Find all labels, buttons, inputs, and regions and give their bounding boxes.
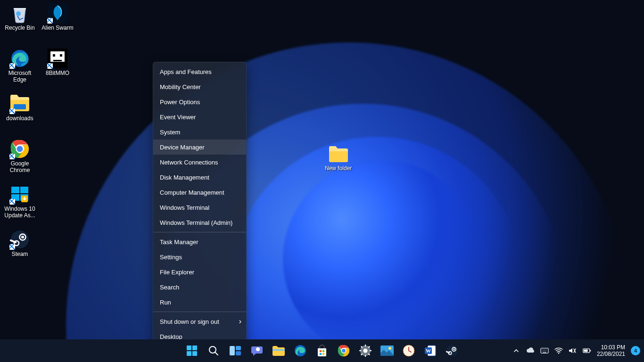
desktop-icon-recycle-bin[interactable]: Recycle Bin bbox=[2, 2, 38, 46]
volume-icon[interactable] bbox=[569, 346, 577, 355]
power-menu-item-file-explorer[interactable]: File Explorer bbox=[153, 264, 246, 280]
svg-rect-34 bbox=[322, 353, 324, 355]
desktop-icon-label: Steam bbox=[12, 251, 28, 257]
folder-icon bbox=[9, 93, 30, 114]
folder-icon bbox=[328, 146, 349, 164]
steam-icon bbox=[9, 229, 30, 250]
desktop-icon-label: Microsoft Edge bbox=[8, 70, 32, 83]
menu-separator bbox=[153, 232, 246, 232]
svg-rect-6 bbox=[60, 54, 62, 57]
svg-rect-33 bbox=[320, 353, 322, 355]
svg-rect-5 bbox=[53, 54, 55, 57]
power-menu-item-power-options[interactable]: Power Options bbox=[153, 94, 246, 109]
power-menu-item-device-manager[interactable]: Device Manager bbox=[153, 140, 246, 155]
store-button[interactable] bbox=[313, 341, 331, 360]
power-menu-item-task-manager[interactable]: Task Manager bbox=[153, 234, 246, 249]
svg-point-28 bbox=[256, 347, 260, 351]
steam-button[interactable] bbox=[443, 341, 462, 360]
svg-rect-22 bbox=[187, 351, 191, 356]
wallpaper bbox=[0, 0, 644, 362]
svg-point-47 bbox=[446, 345, 458, 356]
svg-rect-29 bbox=[272, 349, 285, 351]
chrome-button[interactable] bbox=[334, 341, 353, 360]
power-menu-item-system[interactable]: System bbox=[153, 124, 246, 140]
settings-button[interactable] bbox=[356, 341, 375, 360]
power-menu-item-run[interactable]: Run bbox=[153, 295, 246, 310]
start-button[interactable] bbox=[182, 341, 201, 360]
svg-rect-13 bbox=[11, 194, 19, 201]
desktop-icon-downloads[interactable]: downloads bbox=[2, 92, 38, 137]
desktop-icon-label: downloads bbox=[6, 115, 33, 122]
chrome-icon bbox=[9, 139, 30, 159]
wifi-icon[interactable] bbox=[554, 346, 563, 355]
svg-point-49 bbox=[453, 348, 455, 350]
svg-rect-7 bbox=[14, 104, 26, 109]
svg-rect-20 bbox=[187, 346, 191, 350]
keyboard-icon[interactable] bbox=[540, 346, 549, 355]
svg-point-39 bbox=[363, 349, 368, 353]
taskbar-right: 10:03 PM 22/08/2021 4 bbox=[512, 339, 644, 362]
chat-button[interactable] bbox=[248, 341, 266, 360]
svg-point-0 bbox=[16, 11, 21, 16]
tray-overflow-button[interactable] bbox=[512, 346, 520, 355]
battery-icon[interactable] bbox=[583, 346, 591, 355]
power-menu-item-network-connections[interactable]: Network Connections bbox=[153, 155, 246, 170]
windows-update-icon bbox=[9, 184, 30, 205]
svg-rect-21 bbox=[192, 346, 197, 350]
power-menu-item-shut-down-or-sign-out[interactable]: Shut down or sign out bbox=[153, 314, 246, 329]
desktop-icon-win10-update[interactable]: Windows 10 Update As... bbox=[2, 183, 38, 227]
svg-rect-32 bbox=[322, 350, 324, 352]
power-menu-item-mobility-center[interactable]: Mobility Center bbox=[153, 79, 246, 94]
power-menu-item-computer-management[interactable]: Computer Management bbox=[153, 185, 246, 200]
svg-rect-12 bbox=[20, 187, 28, 193]
word-button[interactable]: W bbox=[421, 341, 440, 360]
task-view-button[interactable] bbox=[226, 341, 245, 360]
taskbar-clock[interactable]: 10:03 PM 22/08/2021 bbox=[597, 344, 625, 357]
desktop-icon-8bitmmo[interactable]: 8BitMMO bbox=[40, 47, 75, 91]
svg-point-18 bbox=[21, 236, 24, 239]
svg-rect-25 bbox=[230, 346, 235, 355]
power-menu-item-apps-and-features[interactable]: Apps and Features bbox=[153, 64, 246, 79]
svg-rect-11 bbox=[11, 187, 19, 193]
onedrive-icon[interactable] bbox=[526, 346, 535, 355]
svg-rect-31 bbox=[320, 350, 322, 352]
power-menu-item-windows-terminal-admin[interactable]: Windows Terminal (Admin) bbox=[153, 215, 246, 230]
edge-button[interactable] bbox=[291, 341, 310, 360]
power-menu-item-disk-management[interactable]: Disk Management bbox=[153, 170, 246, 185]
svg-rect-27 bbox=[236, 351, 241, 355]
svg-point-41 bbox=[388, 347, 391, 350]
power-menu-item-search[interactable]: Search bbox=[153, 280, 246, 295]
search-button[interactable] bbox=[204, 341, 223, 360]
desktop-icon-label: 8BitMMO bbox=[46, 70, 69, 76]
svg-rect-55 bbox=[584, 350, 587, 352]
svg-text:W: W bbox=[426, 348, 431, 354]
8bitmmo-icon bbox=[47, 48, 68, 69]
power-menu-item-settings[interactable]: Settings bbox=[153, 249, 246, 264]
notification-badge[interactable]: 4 bbox=[631, 346, 640, 355]
clock-date: 22/08/2021 bbox=[597, 351, 625, 357]
desktop-icon-label: New folder bbox=[325, 165, 352, 172]
desktop-icon-label: Recycle Bin bbox=[5, 25, 34, 31]
clock-time: 10:03 PM bbox=[601, 344, 625, 351]
desktop-icon-label: Alien Swarm bbox=[41, 25, 73, 31]
desktop-icon-steam[interactable]: Steam bbox=[2, 228, 38, 272]
alien-swarm-icon bbox=[47, 3, 68, 24]
desktop-icon-microsoft-edge[interactable]: Microsoft Edge bbox=[2, 47, 38, 91]
svg-point-52 bbox=[558, 353, 559, 354]
file-explorer-button[interactable] bbox=[269, 341, 288, 360]
desktop-icon-grid: Recycle Bin Alien Swarm Microsoft Edge 8… bbox=[2, 2, 75, 272]
power-menu-item-windows-terminal[interactable]: Windows Terminal bbox=[153, 200, 246, 215]
taskbar: W 10:03 PM 22/08/2021 4 bbox=[0, 339, 644, 362]
power-menu-item-event-viewer[interactable]: Event Viewer bbox=[153, 109, 246, 124]
clock-app-button[interactable] bbox=[399, 341, 418, 360]
desktop-icon-label: Google Chrome bbox=[10, 160, 30, 173]
svg-point-16 bbox=[11, 230, 29, 248]
menu-separator bbox=[153, 312, 246, 312]
desktop-icon-alien-swarm[interactable]: Alien Swarm bbox=[40, 2, 75, 46]
svg-rect-54 bbox=[590, 350, 591, 351]
desktop-icon-label: Windows 10 Update As... bbox=[4, 206, 35, 219]
desktop-icon-new-folder[interactable]: New folder bbox=[325, 146, 352, 172]
power-user-menu: Apps and FeaturesMobility CenterPower Op… bbox=[153, 62, 247, 346]
desktop-icon-google-chrome[interactable]: Google Chrome bbox=[2, 138, 38, 182]
photos-button[interactable] bbox=[378, 341, 396, 360]
